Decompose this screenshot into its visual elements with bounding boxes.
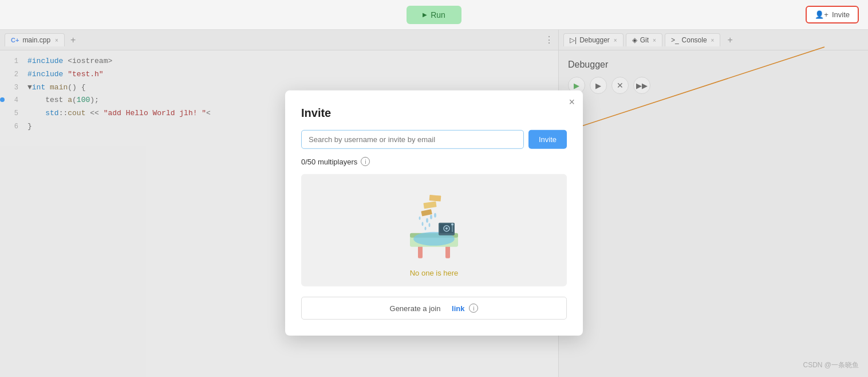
search-row: Invite <box>301 130 567 149</box>
svg-point-20 <box>429 223 431 227</box>
svg-rect-3 <box>445 245 450 258</box>
modal-title: Invite <box>301 107 567 120</box>
join-link-info-icon[interactable]: i <box>469 304 478 313</box>
svg-point-19 <box>434 213 436 217</box>
multiplayer-info-icon[interactable]: i <box>361 157 370 166</box>
generate-join-link-button[interactable]: Generate a join link i <box>301 297 567 320</box>
svg-point-21 <box>419 216 421 219</box>
join-link-link: link <box>452 304 464 312</box>
invite-top-button[interactable]: 👤+ Invite <box>806 6 859 23</box>
empty-illustration <box>388 183 480 264</box>
run-button[interactable]: ▶ Run <box>407 6 461 24</box>
invite-top-icon: 👤+ <box>815 10 828 19</box>
top-bar: ▶ Run 👤+ Invite <box>0 0 868 30</box>
multiplayer-count: 0/50 multiplayers <box>301 157 357 166</box>
empty-label: No one is here <box>410 268 459 277</box>
run-label: Run <box>431 10 445 19</box>
svg-point-18 <box>422 222 424 226</box>
join-link-text: Generate a join <box>390 304 441 312</box>
svg-point-22 <box>425 226 427 230</box>
multiplayer-row: 0/50 multiplayers i <box>301 157 567 166</box>
invite-button[interactable]: Invite <box>528 130 567 149</box>
svg-point-16 <box>426 218 428 222</box>
empty-state-area: No one is here <box>301 174 567 286</box>
svg-rect-13 <box>423 201 436 209</box>
svg-point-12 <box>451 223 453 225</box>
svg-rect-2 <box>418 245 423 258</box>
svg-point-17 <box>430 214 432 219</box>
invite-modal: × Invite Invite 0/50 multiplayers i <box>285 91 583 336</box>
search-input[interactable] <box>301 130 524 149</box>
play-icon: ▶ <box>423 11 427 18</box>
svg-rect-14 <box>429 194 441 201</box>
svg-point-10 <box>445 227 448 229</box>
invite-top-label: Invite <box>832 10 850 19</box>
modal-close-button[interactable]: × <box>569 96 575 108</box>
